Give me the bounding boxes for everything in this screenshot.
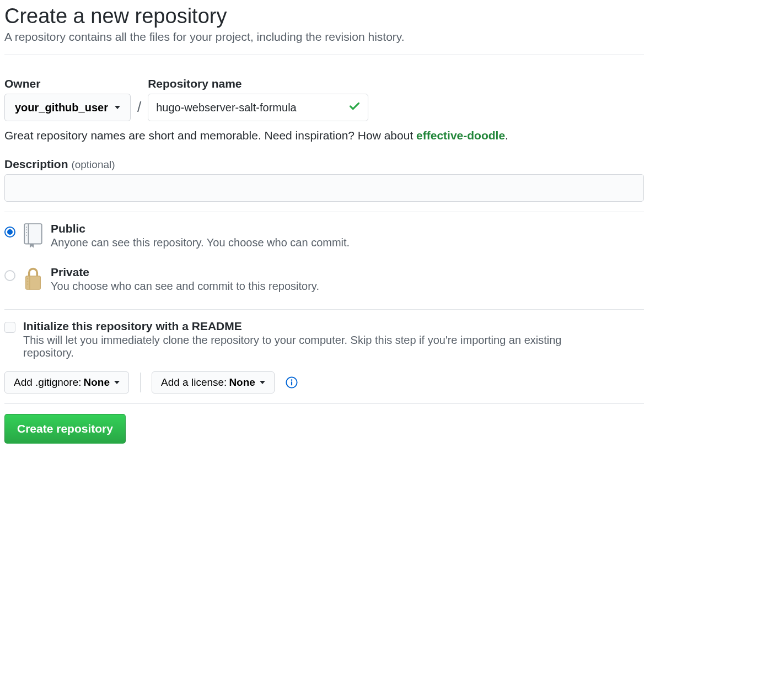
repo-icon xyxy=(22,223,44,250)
description-optional: (optional) xyxy=(71,159,115,170)
svg-point-4 xyxy=(26,232,27,233)
name-hint-suffix: . xyxy=(505,129,508,142)
gitignore-label: Add .gitignore: xyxy=(14,376,82,389)
visibility-public-desc: Anyone can see this repository. You choo… xyxy=(51,236,350,249)
owner-name-separator: / xyxy=(135,99,143,121)
svg-point-2 xyxy=(26,227,27,228)
license-select[interactable]: Add a license: None xyxy=(152,371,275,393)
repo-name-label: Repository name xyxy=(148,77,368,90)
svg-point-12 xyxy=(291,379,293,381)
divider xyxy=(4,309,644,310)
divider xyxy=(4,403,644,404)
svg-point-9 xyxy=(27,281,28,282)
name-hint-prefix: Great repository names are short and mem… xyxy=(4,129,416,142)
svg-point-3 xyxy=(26,229,27,230)
readme-desc: This will let you immediately clone the … xyxy=(23,334,608,359)
gitignore-value: None xyxy=(84,376,110,389)
svg-point-8 xyxy=(27,278,28,279)
gitignore-select[interactable]: Add .gitignore: None xyxy=(4,371,129,393)
svg-point-5 xyxy=(26,235,27,236)
visibility-private-title: Private xyxy=(51,266,319,279)
license-value: None xyxy=(229,376,255,389)
visibility-private-radio[interactable] xyxy=(4,270,15,281)
checkmark-icon xyxy=(348,101,361,115)
divider xyxy=(140,373,141,392)
divider xyxy=(4,55,644,55)
svg-rect-6 xyxy=(26,276,41,289)
visibility-private-desc: You choose who can see and commit to thi… xyxy=(51,280,319,293)
repo-name-input[interactable] xyxy=(148,94,368,121)
page-title: Create a new repository xyxy=(4,4,644,28)
description-label-text: Description xyxy=(4,158,68,170)
page-subtitle: A repository contains all the files for … xyxy=(4,30,644,44)
readme-title: Initialize this repository with a README xyxy=(23,320,608,333)
caret-down-icon xyxy=(260,381,265,384)
owner-select[interactable]: your_github_user xyxy=(4,94,131,121)
owner-label: Owner xyxy=(4,77,131,90)
caret-down-icon xyxy=(115,106,120,109)
svg-rect-0 xyxy=(24,224,41,244)
create-repository-button[interactable]: Create repository xyxy=(4,414,126,444)
visibility-public-radio[interactable] xyxy=(4,227,15,238)
divider xyxy=(4,212,644,212)
description-input[interactable] xyxy=(4,174,644,202)
readme-checkbox[interactable] xyxy=(4,322,15,333)
owner-selected-value: your_github_user xyxy=(15,101,108,114)
lock-icon xyxy=(22,267,44,294)
name-hint: Great repository names are short and mem… xyxy=(4,129,644,142)
visibility-public-title: Public xyxy=(51,222,350,235)
description-label: Description (optional) xyxy=(4,158,644,171)
name-suggestion-link[interactable]: effective-doodle xyxy=(416,129,505,142)
svg-point-10 xyxy=(27,284,28,285)
svg-rect-13 xyxy=(291,381,292,385)
caret-down-icon xyxy=(114,381,120,384)
info-icon[interactable] xyxy=(286,376,298,389)
license-label: Add a license: xyxy=(161,376,227,389)
